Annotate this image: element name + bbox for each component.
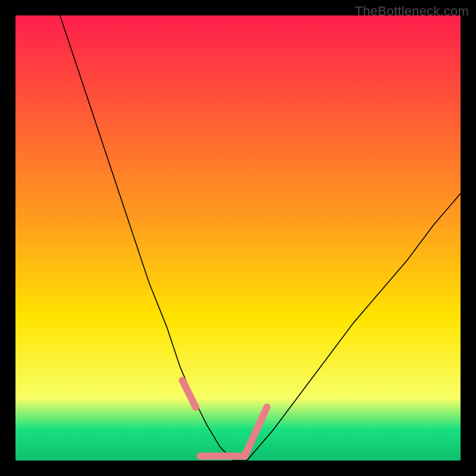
watermark-text: TheBottleneck.com (355, 4, 469, 19)
plot-area (15, 15, 461, 461)
chart-svg (15, 15, 461, 461)
chart-frame: TheBottleneck.com (0, 0, 476, 476)
